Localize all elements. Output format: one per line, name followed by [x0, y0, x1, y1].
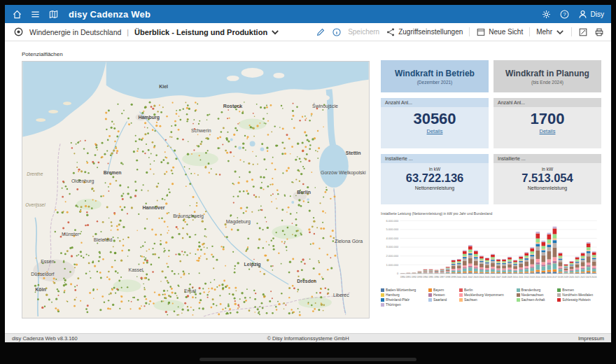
- legend-item: Thüringen: [381, 303, 424, 307]
- dashboard-panel: Windkraft in Betrieb (Dezember 2021) Win…: [381, 44, 601, 333]
- navigator-target-icon[interactable]: [13, 27, 24, 37]
- operating-details-link[interactable]: Details: [381, 128, 489, 134]
- svg-text:1.000.000: 1.000.000: [386, 263, 399, 267]
- svg-text:1990: 1990: [400, 276, 405, 279]
- legend-swatch: [428, 288, 432, 292]
- svg-text:Hamburg: Hamburg: [138, 115, 160, 120]
- legend-swatch: [517, 293, 520, 297]
- svg-text:2004: 2004: [479, 276, 484, 279]
- chevron-down-icon: [270, 27, 280, 37]
- legend-label: Sachsen-Anhalt: [522, 298, 545, 302]
- planned-details-link[interactable]: Details: [493, 128, 601, 134]
- svg-text:1996: 1996: [434, 276, 439, 279]
- legend-item: Hamburg: [381, 293, 424, 297]
- svg-text:Braunschweig: Braunschweig: [173, 214, 204, 219]
- save-button[interactable]: Speichern: [348, 28, 379, 36]
- svg-text:2008: 2008: [501, 276, 506, 279]
- workbook-title[interactable]: Windenergie in Deutschland: [29, 28, 121, 36]
- svg-text:2023: 2023: [586, 276, 591, 279]
- svg-text:Gorzów Wielkopolski: Gorzów Wielkopolski: [321, 170, 366, 176]
- view-title: Überblick - Leistung und Produktion: [134, 28, 267, 36]
- svg-text:?: ?: [563, 11, 566, 18]
- imprint-link[interactable]: Impressum: [578, 335, 604, 342]
- title-card-row: Windkraft in Betrieb (Dezember 2021) Win…: [381, 60, 601, 92]
- version-text: disy Cadenza Web v8.3.160: [12, 335, 78, 342]
- legend-swatch: [557, 298, 561, 302]
- workbook-map-icon[interactable]: [48, 9, 59, 20]
- svg-text:Overijssel: Overijssel: [25, 202, 46, 208]
- svg-text:1997: 1997: [440, 276, 444, 279]
- svg-text:Düsseldorf: Düsseldorf: [31, 272, 54, 276]
- svg-text:2024: 2024: [592, 276, 596, 279]
- svg-text:1992: 1992: [412, 276, 416, 279]
- operating-unit: in kW: [381, 167, 489, 172]
- legend-label: Saarland: [433, 298, 447, 302]
- info-circle-icon[interactable]: [332, 27, 342, 37]
- svg-text:2006: 2006: [490, 276, 495, 279]
- legend-swatch: [517, 288, 520, 292]
- new-view-button[interactable]: Neue Sicht: [476, 27, 523, 37]
- card-operating-title: Windkraft in Betrieb (Dezember 2021): [381, 60, 489, 92]
- legend-swatch: [517, 298, 520, 302]
- more-button[interactable]: Mehr: [536, 27, 565, 37]
- app-header: disy Cadenza Web ? Disy: [5, 5, 611, 23]
- svg-text:Stettin: Stettin: [346, 150, 361, 155]
- help-icon[interactable]: ?: [559, 9, 570, 20]
- legend-swatch: [381, 288, 384, 292]
- svg-text:1993: 1993: [417, 276, 422, 279]
- planned-installed-value: 7.513.054: [493, 172, 601, 185]
- print-icon[interactable]: [594, 27, 604, 37]
- legend-item: Sachsen: [459, 298, 512, 302]
- svg-text:2015: 2015: [541, 276, 546, 279]
- operating-subtitle: (Dezember 2021): [417, 80, 453, 85]
- map-canvas[interactable]: KielRostockŚwinoujścieHamburgSchwerinSte…: [22, 62, 369, 318]
- legend-swatch: [381, 298, 384, 302]
- legend-swatch: [557, 288, 561, 292]
- legend-label: Sachsen: [464, 298, 477, 302]
- svg-text:1998: 1998: [445, 276, 450, 279]
- legend-label: Hessen: [433, 293, 444, 297]
- access-settings-button[interactable]: Zugriffseinstellungen: [386, 27, 463, 37]
- legend-label: Bremen: [562, 288, 574, 292]
- svg-text:2010: 2010: [513, 276, 518, 279]
- svg-text:3.000.000: 3.000.000: [386, 245, 399, 248]
- legend-item: Nordrhein-Westfalen: [557, 293, 601, 297]
- legend-item: Sachsen-Anhalt: [517, 298, 554, 302]
- legend-item: Mecklenburg-Vorpommern: [459, 293, 512, 297]
- svg-text:5.000.000: 5.000.000: [386, 227, 399, 231]
- svg-text:Bielefeld: Bielefeld: [94, 237, 113, 242]
- user-menu[interactable]: Disy: [578, 9, 604, 20]
- menu-icon[interactable]: [30, 9, 41, 20]
- svg-text:Schwerin: Schwerin: [191, 128, 211, 133]
- edit-sketch-icon[interactable]: [578, 27, 588, 37]
- planned-title: Windkraft in Planung: [505, 69, 589, 78]
- svg-text:2011: 2011: [519, 276, 524, 279]
- svg-text:2016: 2016: [547, 276, 552, 279]
- legend-label: Hamburg: [386, 293, 400, 297]
- installed-card-row: Installierte ... in kW 63.722.136 Netton…: [381, 154, 601, 204]
- legend-item: Bayern: [428, 288, 455, 292]
- svg-text:Bremen: Bremen: [104, 170, 122, 175]
- operating-installed-caption: Nettonennleistung: [381, 186, 489, 190]
- breadcrumb: Windenergie in Deutschland | Überblick -…: [13, 27, 280, 37]
- planned-subtitle: (bis Ende 2024): [531, 80, 564, 85]
- home-icon[interactable]: [12, 9, 22, 20]
- view-selector[interactable]: Überblick - Leistung und Produktion: [134, 27, 280, 37]
- svg-text:1991: 1991: [406, 276, 411, 279]
- view-toolbar: Windenergie in Deutschland | Überblick -…: [5, 23, 611, 41]
- svg-text:2013: 2013: [530, 276, 535, 279]
- svg-text:Zielona Góra: Zielona Góra: [335, 239, 363, 244]
- chart-canvas: 01.000.0002.000.0003.000.0004.000.0005.0…: [381, 216, 601, 287]
- map[interactable]: KielRostockŚwinoujścieHamburgSchwerinSte…: [22, 61, 370, 318]
- settings-gear-icon[interactable]: [541, 9, 552, 20]
- monitor-bezel: disy Cadenza Web ? Disy: [0, 0, 616, 364]
- legend-label: Mecklenburg-Vorpommern: [464, 293, 504, 297]
- svg-text:Oldenburg: Oldenburg: [71, 178, 94, 184]
- edit-pencil-icon[interactable]: [316, 27, 326, 37]
- legend-swatch: [381, 293, 384, 297]
- access-settings-label: Zugriffseinstellungen: [398, 28, 463, 36]
- capacity-chart[interactable]: Installierte Leistung (Nettonennleistung…: [381, 211, 601, 307]
- svg-text:2014: 2014: [536, 276, 540, 279]
- operating-installed-label: Installierte ...: [381, 154, 489, 163]
- svg-text:2009: 2009: [507, 276, 512, 279]
